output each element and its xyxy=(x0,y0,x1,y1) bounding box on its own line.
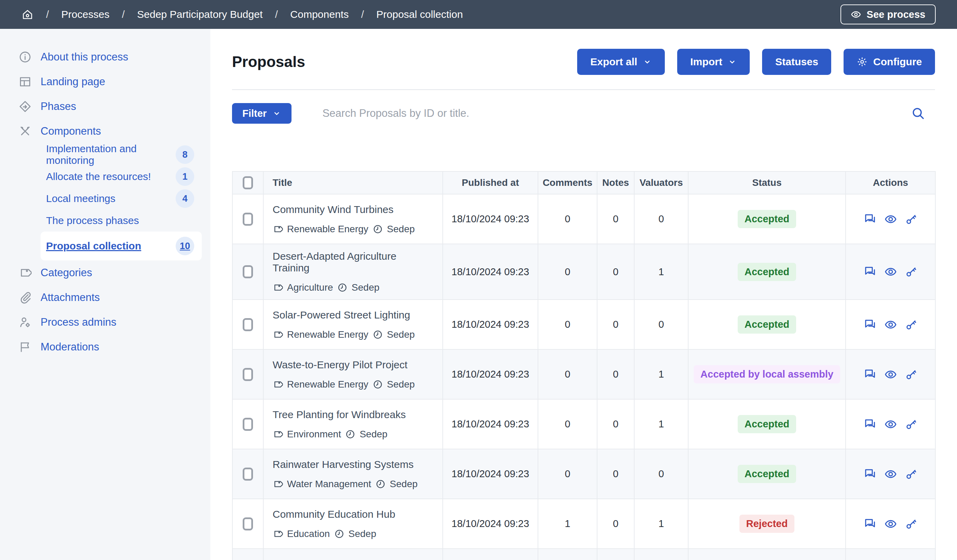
eye-icon[interactable] xyxy=(884,368,897,381)
sidebar-item-process-phases[interactable]: The process phases xyxy=(41,210,202,232)
proposal-meta: Water Management Sedep xyxy=(273,479,436,489)
status-badge: Accepted xyxy=(737,315,796,334)
sidebar-item-implementation-monitoring[interactable]: Implementation and monitoring 8 xyxy=(41,144,202,166)
column-header-notes: Notes xyxy=(597,172,634,194)
row-checkbox[interactable] xyxy=(243,368,253,381)
scope-clock-icon xyxy=(337,282,347,293)
row-checkbox[interactable] xyxy=(243,418,253,431)
proposal-title-link[interactable]: Rainwater Harvesting Systems xyxy=(273,459,436,470)
breadcrumb-separator: / xyxy=(34,9,61,20)
configure-button[interactable]: Configure xyxy=(843,49,935,75)
proposal-title-link[interactable]: Community Education Hub xyxy=(273,508,436,520)
status-badge: Accepted xyxy=(737,465,796,483)
sidebar-item-proposal-collection[interactable]: Proposal collection 10 xyxy=(41,232,202,260)
sidebar-item-components[interactable]: Components xyxy=(0,119,210,144)
row-actions xyxy=(846,213,935,226)
breadcrumb-components[interactable]: Components xyxy=(290,9,349,20)
eye-icon[interactable] xyxy=(884,213,897,226)
proposal-title-link[interactable]: Community Composting Initiative xyxy=(273,558,436,560)
notes-count-cell: 0 xyxy=(597,549,634,560)
sidebar-item-about[interactable]: About this process xyxy=(0,45,210,69)
filter-row: Filter xyxy=(232,103,935,124)
eye-icon[interactable] xyxy=(884,518,897,530)
sidebar-item-moderations[interactable]: Moderations xyxy=(0,334,210,360)
key-icon[interactable] xyxy=(905,418,918,431)
scope-label: Sedep xyxy=(360,429,387,440)
comment-icon[interactable] xyxy=(864,265,876,278)
sidebar-item-local-meetings[interactable]: Local meetings 4 xyxy=(41,188,202,210)
table-row: Desert-Adapted Agriculture Training Agri… xyxy=(232,244,935,300)
proposal-title-link[interactable]: Community Wind Turbines xyxy=(273,204,436,215)
key-icon[interactable] xyxy=(905,213,918,226)
sidebar-item-landing-page[interactable]: Landing page xyxy=(0,69,210,94)
search-icon[interactable] xyxy=(911,106,925,121)
statuses-button[interactable]: Statuses xyxy=(762,49,831,75)
eye-icon[interactable] xyxy=(884,468,897,480)
sidebar-item-categories[interactable]: Categories xyxy=(0,260,210,285)
notes-count-cell: 0 xyxy=(597,244,634,300)
import-button[interactable]: Import xyxy=(677,49,750,75)
scope-label: Sedep xyxy=(390,479,418,489)
comment-icon[interactable] xyxy=(864,368,876,381)
key-icon[interactable] xyxy=(905,518,918,530)
sidebar-item-label: Moderations xyxy=(41,341,99,353)
eye-icon[interactable] xyxy=(884,319,897,331)
eye-icon[interactable] xyxy=(884,418,897,431)
row-checkbox[interactable] xyxy=(243,213,253,226)
comment-icon[interactable] xyxy=(864,319,876,331)
row-checkbox[interactable] xyxy=(243,468,253,481)
key-icon[interactable] xyxy=(905,319,918,331)
published-at-cell: 18/10/2024 09:23 xyxy=(443,349,538,399)
breadcrumb-proposal-collection[interactable]: Proposal collection xyxy=(376,9,463,20)
comment-icon[interactable] xyxy=(864,213,876,226)
proposal-meta: Renewable Energy Sedep xyxy=(273,329,436,340)
key-icon[interactable] xyxy=(905,368,918,381)
proposals-table-body: Community Wind Turbines Renewable Energy… xyxy=(232,194,935,560)
row-actions xyxy=(846,418,935,431)
table-row: Rainwater Harvesting Systems Water Manag… xyxy=(232,449,935,499)
phases-icon xyxy=(19,100,32,113)
proposal-meta: Renewable Energy Sedep xyxy=(273,224,436,235)
comment-icon[interactable] xyxy=(864,468,876,480)
table-header-row: Title Published at Comments Notes Valuat… xyxy=(232,172,935,194)
valuators-count-cell: 0 xyxy=(634,300,688,349)
row-checkbox[interactable] xyxy=(243,265,253,278)
export-all-button[interactable]: Export all xyxy=(577,49,665,75)
export-all-label: Export all xyxy=(590,56,637,68)
sub-item-label: Local meetings xyxy=(46,193,115,204)
select-all-checkbox[interactable] xyxy=(243,176,253,189)
admin-home-icon[interactable] xyxy=(21,8,34,21)
see-process-button[interactable]: See process xyxy=(840,5,936,24)
breadcrumb-process-name[interactable]: Sedep Participatory Budget xyxy=(137,9,263,20)
valuators-count-cell: 1 xyxy=(634,499,688,549)
search-input[interactable] xyxy=(292,103,935,124)
tools-icon xyxy=(19,125,32,138)
header-divider xyxy=(232,89,935,90)
filter-button[interactable]: Filter xyxy=(232,103,292,124)
row-checkbox[interactable] xyxy=(243,517,253,530)
proposal-title-link[interactable]: Solar-Powered Street Lighting xyxy=(273,309,436,321)
comment-icon[interactable] xyxy=(864,418,876,431)
sidebar-item-allocate-resources[interactable]: Allocate the resources! 1 xyxy=(41,166,202,188)
category-label: Agriculture xyxy=(287,282,333,293)
key-icon[interactable] xyxy=(905,265,918,278)
sidebar-item-attachments[interactable]: Attachments xyxy=(0,285,210,310)
published-at-cell: 18/10/2024 09:23 xyxy=(443,549,538,560)
eye-icon[interactable] xyxy=(884,265,897,278)
published-at-cell: 18/10/2024 09:23 xyxy=(443,300,538,349)
key-icon[interactable] xyxy=(905,468,918,480)
column-header-comments: Comments xyxy=(538,172,597,194)
sidebar-item-phases[interactable]: Phases xyxy=(0,94,210,119)
breadcrumb-separator: / xyxy=(109,9,137,20)
sidebar-item-process-admins[interactable]: Process admins xyxy=(0,310,210,334)
comment-icon[interactable] xyxy=(864,518,876,530)
configure-label: Configure xyxy=(873,56,922,68)
proposal-title-link[interactable]: Tree Planting for Windbreaks xyxy=(273,409,436,421)
status-badge: Rejected xyxy=(739,515,795,533)
proposal-title-link[interactable]: Waste-to-Energy Pilot Project xyxy=(273,359,436,371)
proposal-title-link[interactable]: Desert-Adapted Agriculture Training xyxy=(273,251,436,274)
chevron-down-icon xyxy=(643,57,652,66)
category-tag-icon xyxy=(273,479,283,489)
breadcrumb-processes[interactable]: Processes xyxy=(61,9,109,20)
row-checkbox[interactable] xyxy=(243,318,253,331)
